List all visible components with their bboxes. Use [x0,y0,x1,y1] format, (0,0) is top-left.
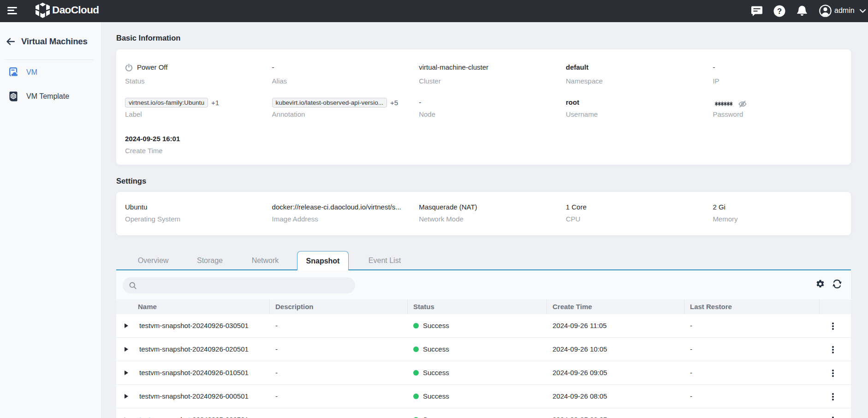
svg-text:?: ? [777,7,782,15]
